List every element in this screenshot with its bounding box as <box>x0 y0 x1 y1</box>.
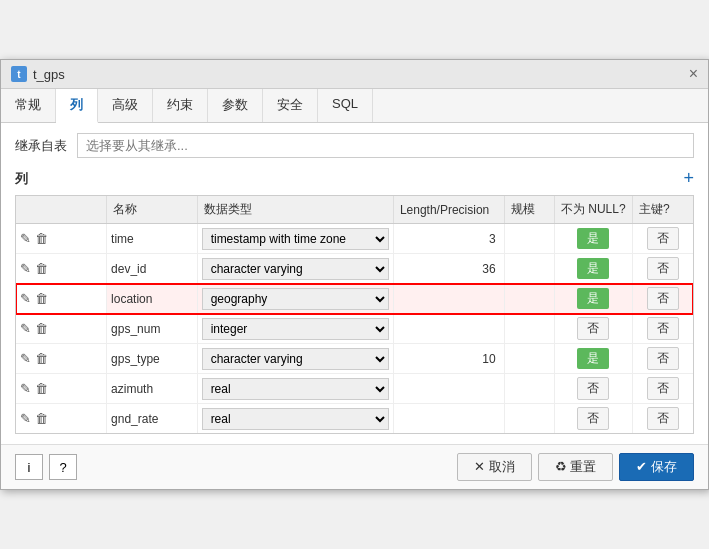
column-length-cell: 36 <box>393 254 504 284</box>
delete-icon[interactable]: 🗑 <box>35 261 48 276</box>
tab-params[interactable]: 参数 <box>208 89 263 122</box>
column-pk-cell: 否 <box>633 344 693 374</box>
pk-button[interactable]: 否 <box>647 257 679 280</box>
delete-icon[interactable]: 🗑 <box>35 351 48 366</box>
tab-bar: 常规 列 高级 约束 参数 安全 SQL <box>1 89 708 123</box>
column-type-cell[interactable]: geography <box>197 284 393 314</box>
column-pk-cell: 否 <box>633 284 693 314</box>
row-actions: ✎ 🗑 <box>20 231 102 246</box>
tab-advanced[interactable]: 高级 <box>98 89 153 122</box>
notnull-button[interactable]: 是 <box>577 348 609 369</box>
column-scale-cell <box>504 224 554 254</box>
column-type-cell[interactable]: integer <box>197 314 393 344</box>
row-actions: ✎ 🗑 <box>20 261 102 276</box>
column-length-cell: 3 <box>393 224 504 254</box>
tab-sql[interactable]: SQL <box>318 89 373 122</box>
column-type-select[interactable]: integer <box>202 318 389 340</box>
edit-icon[interactable]: ✎ <box>20 261 31 276</box>
column-scale-cell <box>504 254 554 284</box>
column-scale-cell <box>504 404 554 434</box>
column-scale-cell <box>504 374 554 404</box>
info-button[interactable]: i <box>15 454 43 480</box>
delete-icon[interactable]: 🗑 <box>35 411 48 426</box>
edit-icon[interactable]: ✎ <box>20 231 31 246</box>
edit-icon[interactable]: ✎ <box>20 351 31 366</box>
delete-icon[interactable]: 🗑 <box>35 231 48 246</box>
column-notnull-cell: 否 <box>554 404 632 434</box>
column-notnull-cell: 否 <box>554 314 632 344</box>
column-notnull-cell: 否 <box>554 374 632 404</box>
row-actions: ✎ 🗑 <box>20 351 102 366</box>
row-actions: ✎ 🗑 <box>20 321 102 336</box>
header-scale: 规模 <box>504 196 554 224</box>
columns-table-wrapper: 名称 数据类型 Length/Precision 规模 不为 NULL? 主键?… <box>15 195 694 434</box>
column-pk-cell: 否 <box>633 374 693 404</box>
tab-security[interactable]: 安全 <box>263 89 318 122</box>
pk-button[interactable]: 否 <box>647 317 679 340</box>
column-length-cell: 10 <box>393 344 504 374</box>
table-row: ✎ 🗑 gps_typecharacter varying10是否 <box>16 344 693 374</box>
help-button[interactable]: ? <box>49 454 77 480</box>
header-type: 数据类型 <box>197 196 393 224</box>
column-type-cell[interactable]: timestamp with time zone <box>197 224 393 254</box>
delete-icon[interactable]: 🗑 <box>35 321 48 336</box>
pk-button[interactable]: 否 <box>647 227 679 250</box>
save-button[interactable]: ✔ 保存 <box>619 453 694 481</box>
edit-icon[interactable]: ✎ <box>20 291 31 306</box>
column-name-cell: gps_num <box>107 314 198 344</box>
column-notnull-cell: 是 <box>554 344 632 374</box>
pk-button[interactable]: 否 <box>647 347 679 370</box>
add-column-button[interactable]: + <box>683 168 694 189</box>
notnull-button[interactable]: 否 <box>577 317 609 340</box>
pk-button[interactable]: 否 <box>647 407 679 430</box>
delete-icon[interactable]: 🗑 <box>35 291 48 306</box>
tab-columns[interactable]: 列 <box>56 89 98 123</box>
column-type-select[interactable]: real <box>202 378 389 400</box>
title-bar-left: t t_gps <box>11 66 65 82</box>
column-type-cell[interactable]: character varying <box>197 344 393 374</box>
pk-button[interactable]: 否 <box>647 377 679 400</box>
table-row: ✎ 🗑 dev_idcharacter varying36是否 <box>16 254 693 284</box>
edit-icon[interactable]: ✎ <box>20 411 31 426</box>
column-type-select[interactable]: real <box>202 408 389 430</box>
column-name: gps_type <box>111 352 160 366</box>
column-type-cell[interactable]: real <box>197 404 393 434</box>
columns-table: 名称 数据类型 Length/Precision 规模 不为 NULL? 主键?… <box>16 196 693 433</box>
column-type-cell[interactable]: character varying <box>197 254 393 284</box>
tab-general[interactable]: 常规 <box>1 89 56 122</box>
pk-button[interactable]: 否 <box>647 287 679 310</box>
header-name-label: 名称 <box>107 196 198 224</box>
column-scale-cell <box>504 344 554 374</box>
dialog: t t_gps × 常规 列 高级 约束 参数 安全 SQL 继承自表 列 + <box>0 59 709 490</box>
edit-icon[interactable]: ✎ <box>20 321 31 336</box>
footer-left: i ? <box>15 454 77 480</box>
tab-constraints[interactable]: 约束 <box>153 89 208 122</box>
column-type-select[interactable]: character varying <box>202 348 389 370</box>
title-bar: t t_gps × <box>1 60 708 89</box>
inherit-row: 继承自表 <box>15 133 694 158</box>
cancel-button[interactable]: ✕ 取消 <box>457 453 532 481</box>
window-title: t_gps <box>33 67 65 82</box>
table-header-row: 名称 数据类型 Length/Precision 规模 不为 NULL? 主键? <box>16 196 693 224</box>
inherit-input[interactable] <box>77 133 694 158</box>
edit-icon[interactable]: ✎ <box>20 381 31 396</box>
notnull-button[interactable]: 否 <box>577 377 609 400</box>
reset-button[interactable]: ♻ 重置 <box>538 453 614 481</box>
close-button[interactable]: × <box>689 66 698 82</box>
column-type-cell[interactable]: real <box>197 374 393 404</box>
column-length-cell <box>393 284 504 314</box>
column-type-select[interactable]: geography <box>202 288 389 310</box>
column-type-select[interactable]: timestamp with time zone <box>202 228 389 250</box>
column-notnull-cell: 是 <box>554 254 632 284</box>
inherit-label: 继承自表 <box>15 137 67 155</box>
notnull-button[interactable]: 否 <box>577 407 609 430</box>
notnull-button[interactable]: 是 <box>577 228 609 249</box>
delete-icon[interactable]: 🗑 <box>35 381 48 396</box>
column-pk-cell: 否 <box>633 314 693 344</box>
column-name-cell: location <box>107 284 198 314</box>
column-type-select[interactable]: character varying <box>202 258 389 280</box>
notnull-button[interactable]: 是 <box>577 288 609 309</box>
notnull-button[interactable]: 是 <box>577 258 609 279</box>
column-name: gps_num <box>111 322 160 336</box>
column-length-cell <box>393 314 504 344</box>
